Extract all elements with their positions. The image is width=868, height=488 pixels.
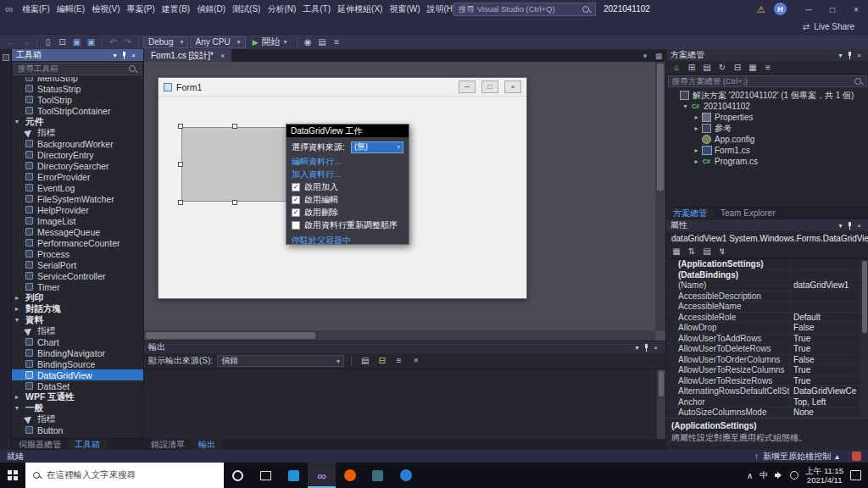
toolbox-item-dataset[interactable]: DataSet xyxy=(12,380,143,391)
ime-indicator[interactable]: 中 xyxy=(760,469,768,481)
save-icon[interactable]: ▣ xyxy=(70,35,83,50)
property-row-accessibledescription[interactable]: AccessibleDescription xyxy=(666,291,868,302)
selected-object-dropdown[interactable]: dataGridView1 System.Windows.Forms.DataG… xyxy=(666,231,868,245)
property-row-allowusertoaddrows[interactable]: AllowUserToAddRowsTrue xyxy=(666,334,868,345)
menu-s[interactable]: 測試(S) xyxy=(229,0,264,19)
window-position-icon[interactable]: ▾ xyxy=(835,222,846,230)
toolbox-item-process[interactable]: Process xyxy=(12,248,143,259)
home-icon[interactable]: ⌂ xyxy=(671,61,682,75)
properties-view-icon[interactable]: ▤ xyxy=(702,245,712,258)
close-button[interactable]: × xyxy=(844,0,868,19)
toolbox-item-errorprovider[interactable]: ErrorProvider xyxy=(12,171,143,182)
toolbox-item-statusstrip[interactable]: StatusStrip xyxy=(12,83,143,94)
properties-scrollbar[interactable] xyxy=(860,259,868,418)
tree-arrow-icon[interactable]: ▸ xyxy=(692,158,701,165)
scrollbar-thumb[interactable] xyxy=(657,64,664,191)
tab-team-explorer[interactable]: Team Explorer xyxy=(714,208,782,219)
taskbar-app-visual-studio[interactable]: ∞ xyxy=(308,463,336,488)
property-row-databindings[interactable]: (DataBindings) xyxy=(666,270,868,281)
configuration-dropdown[interactable]: Debug ▾ xyxy=(143,36,188,48)
refresh-icon[interactable]: ↻ xyxy=(717,61,727,75)
toolbox-item-performancecounter[interactable]: PerformanceCounter xyxy=(12,237,143,248)
taskbar-search-input[interactable]: 在這裡輸入文字來搜尋 xyxy=(25,463,224,488)
resize-handle[interactable] xyxy=(232,200,237,205)
tree-arrow-icon[interactable]: ▾ xyxy=(681,103,690,110)
toolbox-item-backgroundworker[interactable]: BackgroundWorker xyxy=(12,138,143,149)
close-icon[interactable]: × xyxy=(854,222,865,230)
active-files-icon[interactable]: ▾ xyxy=(638,49,652,62)
add-to-source-control-button[interactable]: 新增至原始檔控制 xyxy=(763,451,831,463)
checkbox-icon[interactable]: ✓ xyxy=(292,183,300,191)
toolbox-item-item-30[interactable]: ▾一般 xyxy=(12,402,143,413)
word-wrap-icon[interactable]: ≡ xyxy=(392,353,405,369)
save-all-icon[interactable]: ▣ xyxy=(85,35,97,50)
toolbox-item-item-5[interactable]: 指標 xyxy=(12,127,143,138)
scrollbar-thumb[interactable] xyxy=(659,371,664,396)
open-file-icon[interactable]: ⊡ xyxy=(56,35,69,50)
property-row-allowusertoresizerows[interactable]: AllowUserToResizeRowsTrue xyxy=(666,376,868,387)
navigate-forward-icon[interactable]: → xyxy=(19,35,32,50)
categorized-icon[interactable]: ▦ xyxy=(671,245,682,258)
toolbox-item-helpprovider[interactable]: HelpProvider xyxy=(12,204,143,215)
toolbox-item-eventlog[interactable]: EventLog xyxy=(12,182,143,193)
toolbox-item-directoryentry[interactable]: DirectoryEntry xyxy=(12,149,143,160)
start-button[interactable] xyxy=(0,463,25,488)
tab-item-0[interactable]: 錯誤清單 xyxy=(144,439,192,450)
property-row-allowusertoresizecolumns[interactable]: AllowUserToResizeColumnsTrue xyxy=(666,365,868,376)
platform-dropdown[interactable]: Any CPU ▾ xyxy=(190,36,245,48)
close-icon[interactable]: × xyxy=(128,52,139,59)
window-position-icon[interactable]: ▾ xyxy=(632,344,643,352)
dock-in-parent-link[interactable]: 停駐於父容器中 xyxy=(292,234,403,247)
toolbox-item-button[interactable]: Button xyxy=(12,424,143,435)
notification-icon[interactable] xyxy=(852,452,861,461)
property-row-allowusertodeleterows[interactable]: AllowUserToDeleteRowsTrue xyxy=(666,344,868,355)
taskbar-app-cortana[interactable] xyxy=(224,463,252,488)
resize-handle[interactable] xyxy=(178,162,183,167)
forms-designer-surface[interactable]: Form1 ─ □ × xyxy=(144,62,665,341)
checkbox-icon[interactable]: ✓ xyxy=(292,208,300,217)
toolbox-item-servicecontroller[interactable]: ServiceController xyxy=(12,270,143,281)
action-center-icon[interactable] xyxy=(850,470,861,480)
menu-w[interactable]: 視窗(W) xyxy=(386,0,423,19)
chevron-up-icon[interactable]: ∧ xyxy=(747,471,753,480)
window-position-icon[interactable]: ▾ xyxy=(109,52,120,59)
taskbar-app-vscode[interactable] xyxy=(280,463,308,488)
property-row-allowdrop[interactable]: AllowDropFalse xyxy=(666,323,868,334)
toolbox-item-datagridview[interactable]: DataGridView xyxy=(12,369,143,380)
properties-header[interactable]: 屬性 ▾ × xyxy=(666,219,868,231)
tree-item-item-3[interactable]: ▸參考 xyxy=(666,123,868,134)
property-row-alternatingrowsdefaultcellstyle[interactable]: AlternatingRowsDefaultCellStyleDataGridV… xyxy=(666,386,868,397)
taskbar-app-firefox[interactable] xyxy=(336,463,364,488)
property-row-applicationsettings[interactable]: (ApplicationSettings) xyxy=(666,259,868,270)
smart-option-item-2[interactable]: ✓啟用刪除 xyxy=(292,206,403,219)
hidden-panel-icon[interactable] xyxy=(3,54,9,61)
maximize-button[interactable]: □ xyxy=(821,0,844,19)
properties-shortcut-icon[interactable]: ≡ xyxy=(763,61,773,75)
taskbar-app-edge[interactable] xyxy=(392,463,420,488)
menu-x[interactable]: 延伸模組(X) xyxy=(334,0,386,19)
menu-f[interactable]: 檔案(F) xyxy=(19,0,53,19)
checkbox-icon[interactable] xyxy=(292,221,300,230)
datagridview-surface[interactable] xyxy=(181,127,288,202)
smart-option-item-3[interactable]: 啟用資料行重新調整順序 xyxy=(292,219,403,231)
pending-changes-filter-icon[interactable]: ▤ xyxy=(702,61,712,75)
warning-icon[interactable]: ⚠ xyxy=(757,0,765,19)
close-icon[interactable]: × xyxy=(650,344,661,352)
alphabetical-icon[interactable]: ⇅ xyxy=(687,245,697,258)
solution-explorer-header[interactable]: 方案總管 ▾ × xyxy=(666,49,868,61)
tree-item-properties[interactable]: ▸Properties xyxy=(666,112,868,123)
toolbox-item-bindingnavigator[interactable]: BindingNavigator xyxy=(12,347,143,358)
delete-icon[interactable]: × xyxy=(409,353,422,369)
smart-option-item-0[interactable]: ✓啟用加入 xyxy=(292,180,403,193)
toolbox-item-item-31[interactable]: 指標 xyxy=(12,413,143,424)
resize-handle[interactable] xyxy=(178,200,183,205)
toolbox-item-bindingsource[interactable]: BindingSource xyxy=(12,358,143,369)
toolbox-item-toolstrip[interactable]: ToolStrip xyxy=(12,94,143,105)
toolbox-item-wpf[interactable]: ▸WPF 互通性 xyxy=(12,391,143,402)
document-tab-form1[interactable]: Form1.cs [設計]* × xyxy=(144,49,231,62)
menu-n[interactable]: 分析(N) xyxy=(264,0,299,19)
resize-handle[interactable] xyxy=(178,124,183,129)
toolbox-item-imagelist[interactable]: ImageList xyxy=(12,215,143,226)
navigate-back-icon[interactable]: ← xyxy=(5,35,18,50)
output-header[interactable]: 輸出 ▾ × xyxy=(144,341,665,353)
